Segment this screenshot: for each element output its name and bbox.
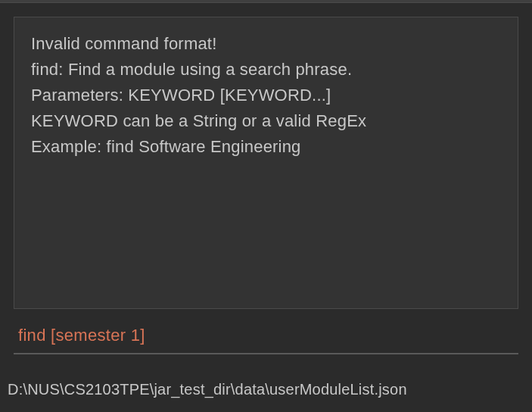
output-line: Parameters: KEYWORD [KEYWORD...] — [31, 83, 501, 108]
output-line: find: Find a module using a search phras… — [31, 57, 501, 83]
output-line: KEYWORD can be a String or a valid RegEx — [31, 108, 501, 134]
output-line: Example: find Software Engineering — [31, 134, 501, 160]
status-bar: D:\NUS\CS2103TPE\jar_test_dir\data\userM… — [0, 372, 532, 412]
status-path: D:\NUS\CS2103TPE\jar_test_dir\data\userM… — [8, 381, 407, 398]
command-text: find [semester 1] — [18, 326, 145, 345]
command-input[interactable]: find [semester 1] — [14, 320, 518, 354]
output-line: Invalid command format! — [31, 31, 501, 57]
output-panel: Invalid command format! find: Find a mod… — [14, 17, 518, 309]
top-border — [0, 0, 532, 3]
